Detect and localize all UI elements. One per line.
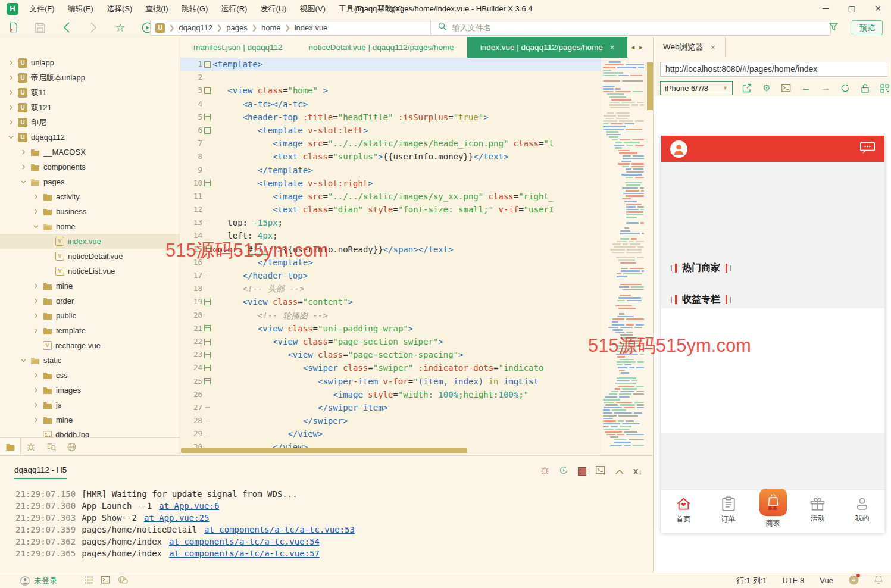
tab-scroll-right-icon[interactable]: ►	[638, 44, 644, 51]
editor-horizontal-scrollbar[interactable]	[181, 448, 467, 453]
web-globe-icon[interactable]	[61, 442, 82, 452]
tree-item-noticeList.vue[interactable]: VnoticeList.vue	[0, 264, 180, 279]
tree-item-__MACOSX[interactable]: __MACOSX	[0, 145, 180, 159]
editor-tab[interactable]: index.vue | dqaqq112/pages/home×	[467, 37, 628, 58]
explorer-tab-icon[interactable]	[0, 438, 21, 455]
close-button[interactable]: ✕	[865, 0, 891, 18]
maximize-button[interactable]: ▢	[839, 0, 865, 18]
menu-item[interactable]: 视图(V)	[293, 4, 332, 14]
tree-item-印尼[interactable]: U印尼	[0, 115, 180, 130]
fold-marker[interactable]	[202, 361, 212, 374]
search-files-icon[interactable]	[41, 442, 61, 451]
file-search-input[interactable]: 输入文件名	[430, 20, 830, 35]
fold-marker[interactable]	[202, 150, 212, 163]
browser-back-icon[interactable]: ←	[801, 82, 811, 94]
terminal-icon[interactable]	[781, 84, 792, 92]
tree-item-public[interactable]: public	[0, 308, 180, 323]
favorite-star-icon[interactable]: ☆	[114, 21, 126, 33]
login-status[interactable]: 未登录	[20, 576, 57, 586]
tabbar-item-订单[interactable]: 订单	[706, 490, 751, 533]
tree-item-帝启版本uniapp[interactable]: U帝启版本uniapp	[0, 70, 180, 85]
editor-tab[interactable]: manifest.json | dqaqq112	[180, 37, 296, 58]
fold-marker[interactable]	[202, 375, 212, 388]
fold-marker[interactable]	[202, 71, 212, 84]
fold-marker[interactable]	[202, 203, 212, 216]
tree-item-recharge.vue[interactable]: Vrecharge.vue	[0, 338, 180, 353]
filter-funnel-icon[interactable]	[829, 21, 839, 34]
preview-button[interactable]: 预览	[852, 20, 883, 35]
tree-item-components[interactable]: components	[0, 159, 180, 174]
tabbar-item-我的[interactable]: 我的	[840, 490, 884, 533]
url-input[interactable]: http://localhost:8080/#/pages/home/index	[660, 62, 887, 77]
menu-item[interactable]: 发行(U)	[254, 4, 293, 14]
fold-marker[interactable]	[202, 295, 212, 308]
tree-item-dqaqq112[interactable]: Udqaqq112	[0, 130, 180, 145]
update-download-icon[interactable]	[849, 575, 859, 587]
minimap-scrollbar-thumb[interactable]	[647, 62, 653, 110]
fold-marker[interactable]	[202, 216, 212, 229]
clear-console-icon[interactable]: X↓	[633, 467, 642, 476]
menu-item[interactable]: 文件(F)	[23, 4, 61, 14]
breadcrumb-segment[interactable]: dqaqq112	[179, 23, 212, 32]
browser-forward-icon[interactable]: →	[820, 82, 831, 94]
log-source-link[interactable]: at components/a-tc/a-tc.vue:57	[169, 549, 320, 558]
tabbar-item-商家[interactable]: 鑫鑫商家	[751, 490, 795, 533]
console-tab[interactable]: dqaqq112 - H5	[14, 465, 67, 479]
breadcrumb-segment[interactable]: pages	[226, 23, 247, 32]
tree-item-mine[interactable]: mine	[0, 412, 180, 427]
settings-gear-icon[interactable]: ⚙	[761, 83, 772, 93]
menu-item[interactable]: 编辑(E)	[61, 4, 100, 14]
tab-close-icon[interactable]: ×	[610, 43, 615, 52]
browser-tab-close-icon[interactable]: ×	[711, 43, 715, 52]
tabbar-item-首页[interactable]: 首页	[661, 490, 706, 533]
fold-marker[interactable]	[202, 269, 212, 282]
menu-item[interactable]: 选择(S)	[100, 4, 139, 14]
tree-item-mine[interactable]: mine	[0, 279, 180, 293]
browser-tab[interactable]: Web浏览器 ×	[654, 37, 726, 57]
message-chat-icon[interactable]	[859, 140, 876, 157]
minimize-button[interactable]: ─	[812, 0, 839, 18]
cloud-globe-icon[interactable]	[118, 576, 128, 586]
tree-item-home[interactable]: home	[0, 219, 180, 234]
tree-item-css[interactable]: css	[0, 368, 180, 383]
terminal-status-icon[interactable]	[101, 576, 110, 586]
fold-marker[interactable]	[202, 58, 212, 71]
lock-icon[interactable]	[859, 84, 870, 93]
log-source-link[interactable]: at components/a-tc/a-tc.vue:53	[204, 525, 355, 534]
fold-marker[interactable]	[202, 348, 212, 361]
encoding-label[interactable]: UTF-8	[783, 576, 805, 585]
tree-item-双121[interactable]: U双121	[0, 100, 180, 115]
open-external-icon[interactable]	[742, 83, 752, 93]
fold-marker[interactable]	[202, 322, 212, 335]
breadcrumb-segment[interactable]: home	[261, 23, 281, 32]
fold-marker[interactable]	[202, 177, 212, 190]
shop-center-button[interactable]: 鑫鑫	[759, 489, 787, 516]
log-source-link[interactable]: at App.vue:25	[144, 513, 210, 523]
refresh-icon[interactable]	[840, 83, 851, 93]
fold-marker[interactable]	[202, 137, 212, 150]
stop-icon[interactable]	[578, 467, 586, 476]
new-terminal-icon[interactable]	[596, 466, 606, 477]
avatar-icon[interactable]	[670, 140, 687, 158]
fold-marker[interactable]	[202, 282, 212, 295]
tree-item-images[interactable]: images	[0, 383, 180, 398]
forward-icon[interactable]	[87, 21, 99, 33]
debug-bug-icon[interactable]	[21, 442, 41, 451]
log-source-link[interactable]: at components/a-tc/a-tc.vue:54	[169, 537, 320, 546]
tabbar-item-活动[interactable]: 活动	[795, 490, 840, 533]
fold-marker[interactable]	[202, 98, 212, 111]
tree-item-pages[interactable]: pages	[0, 174, 180, 189]
menu-item[interactable]: 查找(I)	[139, 4, 174, 14]
outline-list-icon[interactable]	[85, 576, 93, 586]
tree-item-uniapp[interactable]: Uuniapp	[0, 55, 180, 70]
back-icon[interactable]	[61, 21, 73, 33]
fold-marker[interactable]	[202, 401, 212, 414]
menu-item[interactable]: 跳转(G)	[175, 4, 215, 14]
tree-item-activity[interactable]: activity	[0, 189, 180, 204]
tab-scroll-left-icon[interactable]: ◄	[630, 44, 636, 51]
fold-marker[interactable]	[202, 124, 212, 137]
fold-marker[interactable]	[202, 414, 212, 427]
qr-code-icon[interactable]	[879, 84, 890, 93]
fold-marker[interactable]	[202, 427, 212, 440]
minimap[interactable]	[601, 58, 653, 454]
